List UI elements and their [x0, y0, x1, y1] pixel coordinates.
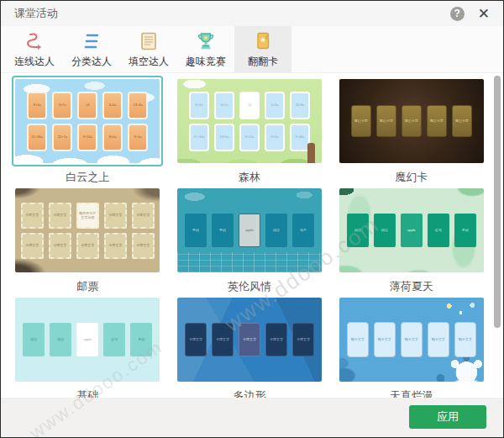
flip-card: 翻开的卡片文字说明: [76, 203, 99, 229]
flip-card: 21÷46=: [27, 124, 47, 151]
flip-card: 魔幻卡牌: [402, 105, 422, 137]
scrollbar-thumb[interactable]: [494, 76, 501, 328]
activity-tab-bar: 连线达人 分类达人 填空达人 趣味竞赛 翻翻卡: [1, 26, 503, 73]
flip-card: 翻卡文字: [454, 322, 476, 357]
flip-card: 单词: [130, 323, 152, 356]
template-grid: 8÷4=3×7=144+6=13÷4=21÷46=12×7=9÷13=8×4=9…: [1, 74, 493, 397]
template-name: 白云之上: [66, 170, 109, 185]
flip-card: 词语: [50, 323, 71, 356]
template-preview: 卡牌文字卡牌文字翻开的卡片文字说明卡牌文字卡牌文字卡牌文字卡牌文字卡牌文字卡牌文…: [15, 188, 160, 272]
flip-card: 9÷46=: [290, 124, 310, 151]
classroom-activity-dialog: 课堂活动 ? ✕ 连线达人 分类达人 填空达人 趣味: [0, 0, 504, 438]
flip-card: 单词: [185, 214, 207, 247]
flip-card: 词语: [347, 214, 369, 247]
flip-card: 卡牌文字: [292, 323, 314, 356]
template-item-senlin[interactable]: 8÷4=3×7=144+6=23÷8=21÷46=13×9=9÷13=8÷9=9…: [171, 76, 328, 185]
flip-card: 魔幻卡牌: [452, 105, 472, 137]
flip-card: 4+6=: [265, 92, 285, 119]
flip-card: 9÷13=: [239, 124, 260, 151]
template-preview: 魔幻卡牌魔幻卡牌魔幻卡牌魔幻卡牌魔幻卡牌: [339, 79, 484, 163]
template-preview: 8÷4=3×7=144+6=23÷8=21÷46=13×9=9÷13=8÷9=9…: [177, 79, 322, 163]
flip-card: 翻卡文字: [374, 322, 396, 357]
trophy-icon: [195, 30, 217, 52]
flip-card: 魔幻卡牌: [376, 105, 396, 137]
tab-tiankong[interactable]: 填空达人: [120, 26, 177, 73]
template-thumbnail[interactable]: 翻卡文字翻卡文字翻卡文字翻卡文字翻卡文字: [336, 294, 487, 385]
template-name: 魔幻卡: [395, 170, 428, 185]
tab-label: 趣味竞赛: [186, 55, 226, 69]
tab-label: 翻翻卡: [248, 55, 278, 69]
template-thumbnail-selected[interactable]: 8÷4=3×7=144+6=13÷4=21÷46=12×7=9÷13=8×4=9…: [12, 76, 163, 166]
template-item-mohuan[interactable]: 魔幻卡牌魔幻卡牌魔幻卡牌魔幻卡牌魔幻卡牌魔幻卡: [333, 76, 490, 185]
dialog-title: 课堂活动: [14, 6, 58, 21]
tab-lianxian[interactable]: 连线达人: [6, 26, 63, 73]
flip-card: 8×4=: [102, 124, 123, 151]
template-item-duobian[interactable]: 卡牌文字卡牌文字卡牌文字卡牌文字卡牌文字多边形: [171, 294, 328, 404]
flip-card: 3×7=: [214, 92, 234, 119]
template-preview: 卡牌文字卡牌文字卡牌文字卡牌文字卡牌文字: [177, 298, 322, 382]
template-item-baiyun[interactable]: 8÷4=3×7=144+6=13÷4=21÷46=12×7=9÷13=8×4=9…: [9, 76, 166, 185]
flip-card: 造句: [103, 323, 125, 356]
flip-card: apple: [76, 323, 98, 356]
flip-card: 卡牌文字: [104, 203, 127, 229]
flip-card: 卡牌文字: [21, 233, 44, 259]
fill-blank-document-icon: [138, 30, 160, 52]
template-thumbnail[interactable]: 8÷4=3×7=144+6=23÷8=21÷46=13×9=9÷13=8÷9=9…: [174, 76, 325, 166]
flip-card: 魔幻卡牌: [427, 105, 447, 137]
flip-card: 卡牌文字: [132, 203, 155, 229]
template-preview: 翻卡文字翻卡文字翻卡文字翻卡文字翻卡文字: [339, 298, 484, 382]
template-item-youpiao[interactable]: 卡牌文字卡牌文字翻开的卡片文字说明卡牌文字卡牌文字卡牌文字卡牌文字卡牌文字卡牌文…: [9, 185, 166, 294]
flip-card: 卡牌文字: [104, 233, 127, 259]
template-thumbnail[interactable]: 卡牌文字卡牌文字翻开的卡片文字说明卡牌文字卡牌文字卡牌文字卡牌文字卡牌文字卡牌文…: [12, 185, 163, 276]
flip-card: 卡牌文字: [265, 323, 287, 356]
category-lines-icon: [81, 30, 102, 52]
tab-quwei[interactable]: 趣味竞赛: [177, 26, 234, 73]
template-thumbnail[interactable]: 词语词语apple造句单词: [336, 185, 487, 276]
connect-path-icon: [24, 30, 45, 52]
flip-card: 14: [239, 92, 260, 119]
template-thumbnail[interactable]: 词语词语apple造句单词: [12, 294, 163, 385]
flip-card: 14: [77, 92, 97, 119]
flip-card: 8÷9=: [265, 124, 285, 151]
flip-card: 卡牌文字: [21, 203, 44, 229]
template-name: 英伦风情: [228, 279, 271, 294]
template-thumbnail[interactable]: 魔幻卡牌魔幻卡牌魔幻卡牌魔幻卡牌魔幻卡牌: [336, 76, 487, 166]
close-icon[interactable]: ✕: [478, 7, 490, 21]
template-thumbnail[interactable]: 卡牌文字卡牌文字卡牌文字卡牌文字卡牌文字: [174, 294, 325, 385]
template-item-bohe[interactable]: 词语词语apple造句单词薄荷夏天: [333, 185, 490, 294]
title-bar: 课堂活动 ? ✕: [1, 1, 503, 26]
flip-card: 句子: [292, 214, 314, 247]
flip-card: 8÷4=: [189, 92, 209, 119]
flip-card: 卡牌文字: [49, 233, 71, 259]
template-item-tianzhen[interactable]: 翻卡文字翻卡文字翻卡文字翻卡文字翻卡文字天真烂漫: [333, 294, 490, 404]
tab-label: 填空达人: [129, 55, 169, 69]
template-preview: 词语词语apple造句单词: [339, 188, 484, 272]
template-name: 邮票: [76, 279, 98, 294]
flip-card: 翻卡文字: [347, 322, 369, 357]
template-preview: 单词单词apple词语句子: [177, 188, 322, 272]
flip-card: 9÷4=: [128, 124, 148, 151]
flip-card: 词语: [374, 214, 396, 247]
template-item-jichu[interactable]: 词语词语apple造句单词基础: [9, 294, 166, 404]
flip-card: 造句: [428, 214, 449, 247]
help-icon[interactable]: ?: [450, 7, 465, 21]
flip-card: 23÷8=: [290, 92, 310, 119]
flip-card: 单词: [212, 214, 234, 247]
tab-fanfanka[interactable]: 翻翻卡: [234, 26, 291, 73]
flip-card: apple: [401, 214, 423, 247]
flip-card: 卡牌文字: [212, 323, 234, 356]
template-thumbnail[interactable]: 单词单词apple词语句子: [174, 185, 325, 276]
footer-bar: 应用: [1, 398, 503, 437]
tab-fenlei[interactable]: 分类达人: [63, 26, 120, 73]
flip-card: 13×9=: [214, 124, 234, 151]
flip-card: apple: [239, 214, 260, 247]
scrollbar-track[interactable]: [493, 74, 501, 397]
apply-button[interactable]: 应用: [409, 405, 486, 429]
flip-card: 卡牌文字: [49, 203, 71, 229]
flip-card: 13÷4=: [128, 92, 148, 119]
flip-card: 词语: [265, 214, 287, 247]
flip-card: 4+6=: [102, 92, 123, 119]
flip-card: 12×7=: [52, 124, 72, 151]
flip-card: 3×7=: [52, 92, 72, 119]
template-item-yinglun[interactable]: 单词单词apple词语句子英伦风情: [171, 185, 328, 294]
